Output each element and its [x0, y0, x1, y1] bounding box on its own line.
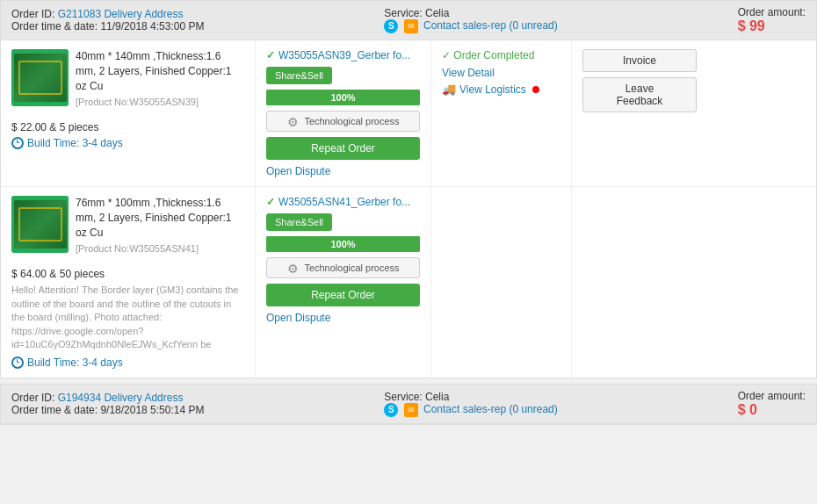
- product-column: 40mm * 140mm ,Thickness:1.6 mm, 2 Layers…: [1, 40, 256, 186]
- progress-text: 100%: [330, 92, 355, 103]
- order-header-left: Order ID: G194934 Delivery AddressOrder …: [11, 392, 204, 416]
- share-sell-button[interactable]: Share&Sell: [266, 67, 332, 84]
- order-amount-value: $ 0: [738, 402, 757, 417]
- service-label: Service:: [384, 391, 425, 403]
- progress-bar: 100%: [266, 236, 420, 252]
- buttons-column: [572, 187, 816, 378]
- item-build-time: Build Time: 3-4 days: [11, 137, 244, 149]
- order-time-label: Order time & date:: [11, 20, 100, 32]
- item-price: $ 64.00 & 50 pieces: [11, 268, 244, 280]
- email-icon[interactable]: ✉: [404, 403, 418, 417]
- leave-feedback-button[interactable]: Leave Feedback: [582, 77, 697, 112]
- order-header-right: Order amount:$ 99: [738, 6, 806, 34]
- notification-dot: [532, 86, 539, 93]
- progress-text: 100%: [330, 239, 355, 249]
- order-id-link[interactable]: G211083: [58, 8, 101, 20]
- open-dispute-link[interactable]: Open Dispute: [266, 165, 330, 177]
- product-title: 76mm * 100mm ,Thickness:1.6 mm, 2 Layers…: [76, 196, 244, 240]
- service-label: Service:: [384, 7, 425, 19]
- buttons-column: Invoice Leave Feedback: [572, 40, 816, 186]
- repeat-order-button[interactable]: Repeat Order: [266, 284, 420, 306]
- order-block: Order ID: G211083 Delivery AddressOrder …: [0, 0, 817, 378]
- order-id-label: Order ID:: [11, 8, 58, 20]
- product-column: 76mm * 100mm ,Thickness:1.6 mm, 2 Layers…: [1, 187, 256, 378]
- product-title: 40mm * 140mm ,Thickness:1.6 mm, 2 Layers…: [76, 49, 244, 93]
- order-id-label: Order ID:: [11, 392, 58, 404]
- clock-icon: [11, 137, 24, 149]
- email-icon[interactable]: ✉: [404, 19, 418, 33]
- share-sell-button[interactable]: Share&Sell: [266, 213, 332, 231]
- view-detail-link[interactable]: View Detail: [442, 67, 560, 79]
- order-time: 11/9/2018 4:53:00 PM: [100, 20, 204, 32]
- order-amount-value: $ 99: [738, 18, 765, 33]
- gear-icon: ⚙: [286, 262, 299, 274]
- actions-column: ✓ W35055ASN39_Gerber fo... Share&Sell 10…: [256, 40, 431, 186]
- check-icon: ✓: [266, 196, 275, 208]
- order-item-row: 40mm * 140mm ,Thickness:1.6 mm, 2 Layers…: [1, 40, 816, 186]
- order-amount-label: Order amount:: [738, 6, 806, 18]
- status-column: ✓ Order Completed View Detail 🚚 View Log…: [431, 40, 572, 186]
- order-header-right: Order amount:$ 0: [738, 390, 806, 418]
- file-link[interactable]: ✓ W35055ASN41_Gerber fo...: [266, 196, 420, 208]
- status-column: [431, 187, 572, 378]
- open-dispute-link[interactable]: Open Dispute: [266, 312, 330, 324]
- service-name: Celia: [425, 7, 449, 19]
- invoice-button[interactable]: Invoice: [582, 49, 697, 72]
- skype-icon[interactable]: S: [384, 19, 398, 33]
- order-amount-label: Order amount:: [738, 390, 806, 402]
- tech-process-button[interactable]: ⚙ Technological process: [266, 111, 420, 132]
- repeat-order-button[interactable]: Repeat Order: [266, 137, 420, 160]
- tech-process-button[interactable]: ⚙ Technological process: [266, 257, 420, 278]
- file-link[interactable]: ✓ W35055ASN39_Gerber fo...: [266, 49, 420, 61]
- order-item-row: 76mm * 100mm ,Thickness:1.6 mm, 2 Layers…: [1, 186, 816, 378]
- item-build-time: Build Time: 3-4 days: [11, 356, 244, 369]
- order-id-link[interactable]: G194934: [58, 392, 101, 404]
- clock-icon: [11, 356, 24, 369]
- view-logistics-link[interactable]: 🚚 View Logistics: [442, 83, 560, 96]
- order-time-label: Order time & date:: [11, 404, 100, 416]
- skype-icon[interactable]: S: [384, 403, 398, 417]
- check-icon: ✓: [266, 49, 275, 61]
- item-note: Hello! Attention! The Border layer (GM3)…: [11, 284, 244, 351]
- product-image: [11, 49, 69, 114]
- contact-sales-rep-link[interactable]: Contact sales-rep (0 unread): [423, 403, 558, 415]
- contact-sales-rep-link[interactable]: Contact sales-rep (0 unread): [423, 19, 558, 32]
- delivery-address-link[interactable]: Delivery Address: [104, 392, 183, 404]
- delivery-address-link[interactable]: Delivery Address: [104, 8, 183, 20]
- truck-icon: 🚚: [442, 83, 456, 96]
- product-image: [11, 196, 69, 261]
- order-header-left: Order ID: G211083 Delivery AddressOrder …: [11, 8, 204, 32]
- order-header-center: Service: CeliaS ✉ Contact sales-rep (0 u…: [384, 391, 557, 417]
- item-price: $ 22.00 & 5 pieces: [11, 121, 244, 133]
- progress-bar: 100%: [266, 90, 420, 105]
- actions-column: ✓ W35055ASN41_Gerber fo... Share&Sell 10…: [256, 187, 431, 378]
- order-status: ✓ Order Completed: [442, 49, 560, 61]
- order-header-center: Service: CeliaS ✉ Contact sales-rep (0 u…: [384, 7, 557, 33]
- product-no: [Product No:W35055ASN39]: [76, 97, 244, 107]
- service-name: Celia: [425, 391, 449, 403]
- product-no: [Product No:W35055ASN41]: [76, 243, 244, 254]
- gear-icon: ⚙: [286, 115, 299, 127]
- order-block: Order ID: G194934 Delivery AddressOrder …: [0, 384, 817, 425]
- order-time: 9/18/2018 5:50:14 PM: [100, 404, 204, 416]
